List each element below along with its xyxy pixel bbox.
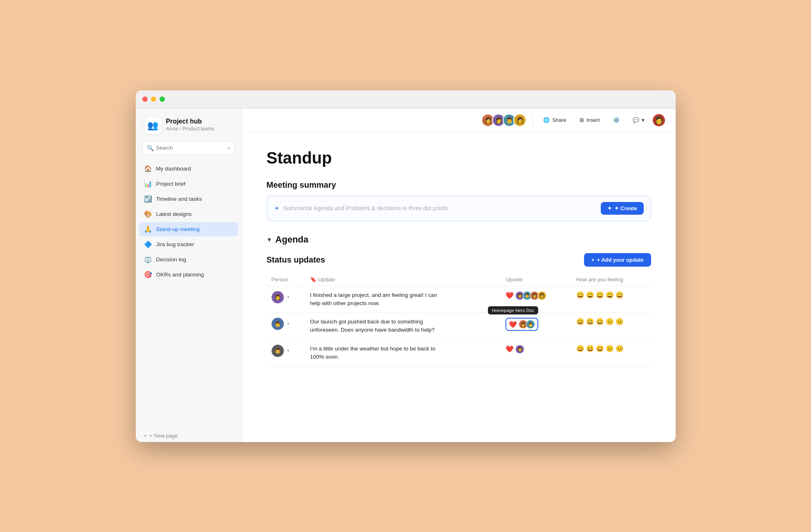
col-upvote: Upvote (501, 273, 571, 286)
agenda-title: Agenda (275, 234, 308, 245)
feeling-emojis: 😀 😀 😀 😐 😐 (576, 318, 646, 325)
emoji-5: 😐 (616, 345, 624, 352)
app-body: 👥 Project hub Acme / Product teams 🔍 « 🏠… (136, 108, 676, 442)
app-window: 👥 Project hub Acme / Product teams 🔍 « 🏠… (136, 90, 676, 442)
ai-create-button[interactable]: ✦ ✦ Create (601, 202, 643, 215)
feeling-emojis: 😀 😀 😀 😀 😀 (576, 291, 646, 299)
settings-button[interactable]: ⚙️ (610, 115, 623, 125)
col-person: Person (267, 273, 306, 286)
collapse-icon[interactable]: « (227, 144, 231, 152)
close-button[interactable] (142, 97, 148, 102)
emoji-1: 😀 (576, 345, 584, 352)
row-expand-icon[interactable]: ▾ (287, 294, 290, 300)
feeling-cell: 😀 😀 😀 😐 😐 (571, 313, 651, 340)
ai-summary-box: ✦ Summarize Agenda and Problems & decisi… (267, 195, 651, 221)
row-expand-icon[interactable]: ▾ (287, 348, 290, 353)
chevron-down-icon: ▾ (642, 117, 645, 123)
sidebar-item-project-brief[interactable]: 📊 Project brief (139, 177, 238, 191)
project-brief-icon: 📊 (144, 180, 152, 188)
heart-icon[interactable]: ❤️ (505, 345, 514, 353)
share-button[interactable]: 🌐 Share (540, 115, 570, 125)
agenda-section: ▼ Agenda Status updates + + Add your upd… (267, 234, 651, 367)
upvote-cell-highlighted[interactable]: ❤️ 👩 👨 Homepage Hero Doc (501, 313, 571, 340)
upvote-avatars: 👩 👨 👩 👩 (515, 291, 546, 300)
bookmark-icon: 🔖 (310, 276, 317, 283)
sidebar-item-designs[interactable]: 🎨 Latest designs (139, 207, 238, 221)
emoji-3: 😀 (596, 291, 604, 299)
feeling-emojis: 😀 😀 😀 😐 😐 (576, 345, 646, 352)
col-feeling: How are you feeling (571, 273, 651, 286)
maximize-button[interactable] (160, 97, 165, 102)
update-cell: Our launch got pushed back due to someth… (305, 313, 501, 340)
workspace-header: 👥 Project hub Acme / Product teams (136, 117, 242, 141)
sidebar-item-label: My dashboard (156, 166, 234, 172)
emoji-1: 😀 (576, 291, 584, 299)
decision-log-icon: ⚖️ (144, 256, 152, 263)
sidebar-item-label: Jira bug tracker (156, 241, 234, 247)
standup-icon: 🙏 (144, 225, 152, 233)
emoji-5: 😀 (616, 291, 624, 299)
add-update-label: + Add your update (597, 257, 644, 263)
upvote-avatar: 👨 (526, 320, 535, 329)
sidebar-item-label: Stand-up meeting (156, 226, 234, 232)
sidebar-item-label: Timeline and tasks (156, 196, 234, 202)
sidebar-item-label: Decision log (156, 256, 234, 263)
share-label: Share (552, 117, 566, 123)
status-updates-header: Status updates + + Add your update (267, 253, 651, 267)
table-row: 👩 ▾ I finished a large project, and am f… (267, 286, 651, 313)
emoji-1: 😀 (576, 318, 584, 325)
workspace-breadcrumb: Acme / Product teams (166, 126, 214, 132)
sidebar-item-standup[interactable]: 🙏 Stand-up meeting (139, 222, 238, 236)
dashboard-icon: 🏠 (144, 165, 152, 173)
person-cell: 👨 ▾ (267, 313, 306, 340)
user-avatar[interactable]: 👩 (652, 113, 666, 127)
sidebar-item-label: Latest designs (156, 211, 234, 217)
sidebar-item-okrs[interactable]: 🎯 OKRs and planning (139, 267, 238, 282)
page-title: Standup (267, 149, 651, 167)
agenda-collapse-icon[interactable]: ▼ (267, 236, 272, 243)
upvote-avatars: 👩 (515, 345, 524, 354)
add-update-button[interactable]: + + Add your update (584, 253, 651, 267)
okrs-icon: 🎯 (144, 271, 152, 278)
update-text: I finished a large project, and am feeli… (310, 291, 441, 308)
heart-icon[interactable]: ❤️ (505, 292, 514, 299)
upvote-cell[interactable]: ❤️ 👩 (501, 339, 571, 366)
update-cell: I'm a little under the weather but hope … (305, 339, 501, 366)
emoji-2: 😀 (586, 318, 594, 325)
sidebar-item-jira[interactable]: 🔷 Jira bug tracker (139, 237, 238, 251)
sidebar-item-timeline[interactable]: ☑️ Timeline and tasks (139, 192, 238, 206)
jira-icon: 🔷 (144, 240, 152, 248)
new-page-button[interactable]: + + New page (136, 429, 242, 442)
insert-button[interactable]: ⊞ Insert (576, 115, 603, 125)
emoji-2: 😀 (586, 345, 594, 352)
designs-icon: 🎨 (144, 210, 152, 218)
person-cell: 👩 ▾ (267, 286, 306, 313)
traffic-lights (142, 97, 165, 102)
person-cell: 👨 ▾ (267, 339, 306, 366)
upvote-avatar: 👩 (537, 291, 546, 300)
new-page-plus-icon: + (144, 433, 147, 439)
heart-icon[interactable]: ❤️ (509, 321, 517, 328)
search-box[interactable]: 🔍 « (142, 141, 235, 155)
sparkle-icon: ✦ (274, 204, 279, 212)
sidebar: 👥 Project hub Acme / Product teams 🔍 « 🏠… (136, 108, 242, 442)
avatar-4: 👩 (513, 114, 526, 127)
row-avatar-2: 👨 (272, 318, 284, 330)
row-expand-icon[interactable]: ▾ (287, 321, 290, 326)
upvote-avatar: 👩 (515, 345, 524, 354)
search-icon: 🔍 (147, 145, 154, 151)
workspace-info: Project hub Acme / Product teams (166, 117, 214, 132)
sidebar-item-dashboard[interactable]: 🏠 My dashboard (139, 162, 238, 176)
emoji-4: 😐 (606, 345, 614, 352)
sidebar-item-label: Project brief (156, 181, 234, 187)
status-updates-table: Person 🔖 Update Upvote How are you feeli… (267, 273, 651, 367)
ai-placeholder-text[interactable]: Summarize Agenda and Problems & decision… (283, 205, 450, 211)
agenda-header: ▼ Agenda (267, 234, 651, 245)
sidebar-item-decision-log[interactable]: ⚖️ Decision log (139, 252, 238, 267)
workspace-icon: 👥 (144, 117, 162, 135)
minimize-button[interactable] (151, 97, 156, 102)
comment-button[interactable]: 💬 ▾ (629, 115, 648, 125)
upvote-avatars: 👩 👨 (519, 320, 535, 329)
emoji-3: 😀 (596, 318, 604, 325)
search-input[interactable] (156, 145, 225, 151)
